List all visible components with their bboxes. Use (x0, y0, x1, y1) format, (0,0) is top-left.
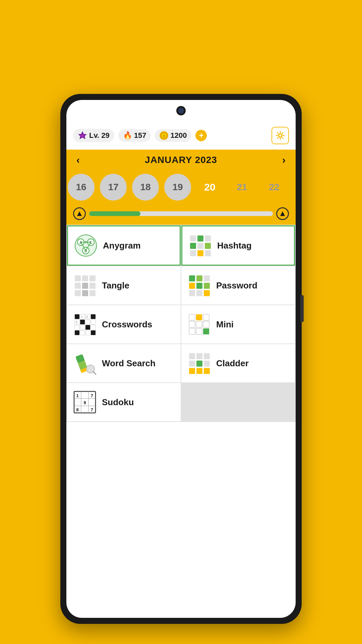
svg-point-6 (279, 134, 282, 137)
sudoku-label: Sudoku (102, 397, 134, 408)
phone-mockup: ↑ Lv. 29 🔥 157 (60, 94, 302, 624)
day-16[interactable]: 16 (68, 174, 95, 201)
svg-rect-23 (190, 243, 196, 249)
svg-rect-52 (80, 320, 85, 324)
game-card-anygram[interactable]: A C D B Anygram (67, 225, 181, 266)
side-button (300, 295, 304, 322)
svg-rect-26 (190, 250, 196, 256)
streak-count: 157 (134, 131, 146, 140)
tangle-label: Tangle (102, 280, 129, 291)
add-coins-button[interactable]: + (195, 130, 207, 141)
svg-rect-34 (89, 283, 96, 289)
camera-lens (178, 108, 184, 114)
svg-text:3: 3 (76, 321, 77, 324)
svg-rect-71 (203, 321, 209, 327)
hashtag-label: Hashtag (217, 240, 252, 251)
coin-svg: $ (160, 132, 168, 139)
svg-rect-35 (75, 290, 81, 296)
cladder-label: Cladder (216, 358, 249, 369)
screen-content: ↑ Lv. 29 🔥 157 (66, 100, 296, 618)
svg-rect-44 (189, 290, 195, 296)
svg-line-79 (93, 372, 96, 374)
svg-rect-39 (196, 275, 202, 281)
svg-rect-20 (190, 235, 196, 241)
marker-arrow-right-icon (279, 210, 286, 217)
svg-rect-33 (82, 283, 88, 289)
svg-rect-59 (75, 330, 79, 335)
day-21[interactable]: 21 (229, 174, 255, 201)
svg-rect-47 (75, 314, 79, 319)
hashtag-icon (188, 234, 212, 257)
svg-marker-7 (77, 211, 82, 216)
svg-rect-70 (196, 321, 202, 327)
svg-rect-60 (80, 330, 85, 335)
game-card-cladder[interactable]: Cladder (181, 344, 295, 382)
game-card-wordsearch[interactable]: Word Search (67, 344, 181, 382)
fire-icon: 🔥 (123, 131, 132, 140)
svg-rect-62 (91, 330, 96, 335)
mini-icon (187, 313, 211, 336)
calendar-header: ‹ JANUARY 2023 › (66, 150, 296, 170)
progress-fill (89, 211, 140, 216)
svg-rect-85 (204, 361, 210, 367)
progress-right-marker (276, 207, 289, 220)
svg-rect-55 (75, 325, 79, 330)
svg-text:B: B (85, 240, 87, 244)
password-label: Password (216, 280, 257, 291)
game-card-sudoku[interactable]: 1 7 9 8 7 Sudoku (67, 383, 181, 421)
day-23[interactable]: 23 (293, 174, 296, 201)
svg-marker-8 (280, 211, 285, 216)
game-card-crosswords[interactable]: 1 2 3 Crosswords (67, 305, 181, 343)
svg-text:A: A (79, 240, 82, 245)
svg-rect-31 (89, 275, 96, 281)
day-17[interactable]: 17 (100, 174, 127, 201)
svg-text:1: 1 (81, 315, 83, 318)
svg-text:C: C (89, 240, 92, 245)
prev-month-button[interactable]: ‹ (76, 154, 80, 166)
level-badge: ↑ Lv. 29 (73, 129, 114, 142)
phone-frame: ↑ Lv. 29 🔥 157 (60, 94, 302, 624)
sudoku-icon: 1 7 9 8 7 (73, 390, 97, 414)
camera-notch (176, 106, 186, 115)
cladder-icon (187, 352, 211, 375)
anygram-icon: A C D B (74, 234, 98, 257)
svg-rect-61 (85, 330, 90, 335)
game-card-hashtag[interactable]: Hashtag (181, 225, 295, 266)
password-icon (187, 274, 211, 297)
svg-rect-24 (197, 243, 203, 249)
coins-count: 1200 (170, 131, 187, 140)
day-19[interactable]: 19 (164, 174, 191, 201)
day-18[interactable]: 18 (132, 174, 159, 201)
next-month-button[interactable]: › (282, 154, 286, 166)
svg-rect-84 (196, 361, 202, 367)
marker-arrow-icon (76, 210, 83, 217)
progress-track (89, 211, 273, 216)
svg-rect-22 (205, 235, 211, 241)
svg-rect-40 (204, 275, 210, 281)
day-20[interactable]: 20 (196, 174, 223, 201)
game-card-mini[interactable]: Mini (181, 305, 295, 343)
day-22[interactable]: 22 (261, 174, 288, 201)
settings-button[interactable] (272, 127, 289, 144)
svg-rect-27 (197, 250, 203, 256)
svg-rect-21 (197, 235, 203, 241)
svg-rect-68 (203, 314, 209, 320)
crosswords-label: Crosswords (102, 319, 152, 330)
phone-screen: ↑ Lv. 29 🔥 157 (66, 100, 296, 618)
svg-text:$: $ (163, 134, 165, 138)
game-card-password[interactable]: Password (181, 266, 295, 305)
svg-text:D: D (84, 249, 87, 253)
games-grid: A C D B Anygram (66, 225, 296, 422)
svg-rect-74 (203, 328, 209, 334)
svg-rect-83 (189, 361, 195, 367)
svg-rect-53 (85, 320, 90, 324)
svg-rect-69 (189, 321, 195, 327)
svg-rect-72 (189, 328, 195, 334)
game-card-tangle[interactable]: Tangle (67, 266, 181, 305)
svg-rect-56 (80, 325, 85, 330)
coins-badge: $ 1200 (155, 129, 191, 142)
svg-text:7: 7 (90, 407, 93, 412)
calendar-title: JANUARY 2023 (145, 155, 217, 165)
svg-rect-50 (91, 314, 96, 319)
svg-rect-45 (196, 290, 202, 296)
